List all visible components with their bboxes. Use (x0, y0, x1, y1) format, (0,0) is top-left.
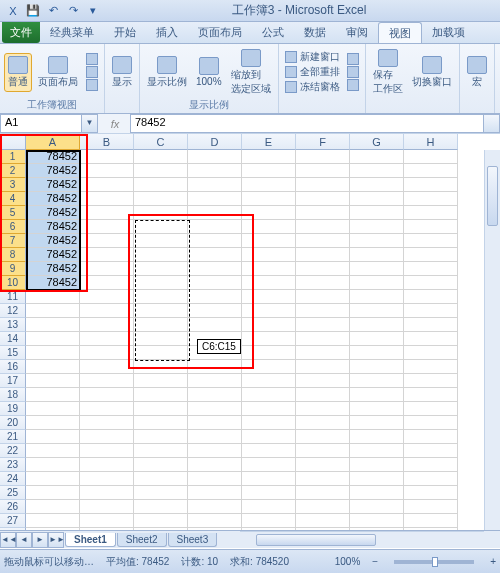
row-header-12[interactable]: 12 (0, 304, 26, 318)
cell-D18[interactable] (188, 388, 242, 402)
row-header-5[interactable]: 5 (0, 206, 26, 220)
excel-icon[interactable]: X (4, 2, 22, 20)
row-header-2[interactable]: 2 (0, 164, 26, 178)
cell-A25[interactable] (26, 486, 80, 500)
page-layout-button[interactable]: 页面布局 (35, 54, 81, 91)
cell-B22[interactable] (80, 444, 134, 458)
cell-F12[interactable] (296, 304, 350, 318)
vertical-scrollbar[interactable] (484, 150, 500, 530)
cell-D19[interactable] (188, 402, 242, 416)
sheet-nav-next[interactable]: ► (32, 532, 48, 548)
cell-A17[interactable] (26, 374, 80, 388)
cell-B16[interactable] (80, 360, 134, 374)
cell-H17[interactable] (404, 374, 458, 388)
cell-A11[interactable] (26, 290, 80, 304)
cell-E5[interactable] (242, 206, 296, 220)
col-header-A[interactable]: A (26, 134, 80, 150)
cell-B17[interactable] (80, 374, 134, 388)
cell-G2[interactable] (350, 164, 404, 178)
cell-B6[interactable] (80, 220, 134, 234)
cell-C14[interactable] (134, 332, 188, 346)
cell-A18[interactable] (26, 388, 80, 402)
cell-A24[interactable] (26, 472, 80, 486)
cell-H27[interactable] (404, 514, 458, 528)
tab-classic[interactable]: 经典菜单 (40, 22, 104, 43)
new-window-button[interactable]: 新建窗口 (283, 50, 342, 64)
select-all-corner[interactable] (0, 134, 26, 150)
zoom-ratio-button[interactable]: 显示比例 (144, 54, 190, 91)
cell-B11[interactable] (80, 290, 134, 304)
cell-E3[interactable] (242, 178, 296, 192)
tab-page-layout[interactable]: 页面布局 (188, 22, 252, 43)
cell-H15[interactable] (404, 346, 458, 360)
save-icon[interactable]: 💾 (24, 2, 42, 20)
cell-F10[interactable] (296, 276, 350, 290)
cell-E2[interactable] (242, 164, 296, 178)
cell-E14[interactable] (242, 332, 296, 346)
name-box[interactable]: A1 (0, 114, 82, 133)
cell-E21[interactable] (242, 430, 296, 444)
cell-F16[interactable] (296, 360, 350, 374)
sheet-tab-2[interactable]: Sheet2 (117, 533, 167, 547)
cell-D4[interactable] (188, 192, 242, 206)
cell-C7[interactable] (134, 234, 188, 248)
cell-E9[interactable] (242, 262, 296, 276)
cell-G16[interactable] (350, 360, 404, 374)
cell-B19[interactable] (80, 402, 134, 416)
cell-H22[interactable] (404, 444, 458, 458)
row-header-6[interactable]: 6 (0, 220, 26, 234)
cells-area[interactable]: 7845278452784527845278452784527845278452… (26, 150, 458, 542)
cell-D20[interactable] (188, 416, 242, 430)
cell-F2[interactable] (296, 164, 350, 178)
horizontal-scrollbar[interactable] (240, 531, 484, 548)
cell-B27[interactable] (80, 514, 134, 528)
cell-F5[interactable] (296, 206, 350, 220)
cell-D2[interactable] (188, 164, 242, 178)
cell-E23[interactable] (242, 458, 296, 472)
cell-C23[interactable] (134, 458, 188, 472)
cell-E13[interactable] (242, 318, 296, 332)
cell-H18[interactable] (404, 388, 458, 402)
cell-H21[interactable] (404, 430, 458, 444)
view-opt-1[interactable] (84, 53, 100, 65)
row-header-19[interactable]: 19 (0, 402, 26, 416)
cell-G17[interactable] (350, 374, 404, 388)
cell-H1[interactable] (404, 150, 458, 164)
cell-F24[interactable] (296, 472, 350, 486)
tab-addin[interactable]: 加载项 (422, 22, 475, 43)
cell-F3[interactable] (296, 178, 350, 192)
cell-G1[interactable] (350, 150, 404, 164)
view-opt-2[interactable] (84, 66, 100, 78)
cell-F11[interactable] (296, 290, 350, 304)
cell-G21[interactable] (350, 430, 404, 444)
sheet-nav-prev[interactable]: ◄ (16, 532, 32, 548)
cell-G26[interactable] (350, 500, 404, 514)
row-header-7[interactable]: 7 (0, 234, 26, 248)
cell-G11[interactable] (350, 290, 404, 304)
row-header-13[interactable]: 13 (0, 318, 26, 332)
cell-D6[interactable] (188, 220, 242, 234)
cell-D7[interactable] (188, 234, 242, 248)
tab-insert[interactable]: 插入 (146, 22, 188, 43)
hscroll-thumb[interactable] (256, 534, 376, 546)
cell-A22[interactable] (26, 444, 80, 458)
cell-H16[interactable] (404, 360, 458, 374)
cell-C19[interactable] (134, 402, 188, 416)
row-header-8[interactable]: 8 (0, 248, 26, 262)
cell-E19[interactable] (242, 402, 296, 416)
cell-G24[interactable] (350, 472, 404, 486)
cell-D1[interactable] (188, 150, 242, 164)
zoom-in-button[interactable]: + (490, 556, 496, 567)
cell-D23[interactable] (188, 458, 242, 472)
cell-C13[interactable] (134, 318, 188, 332)
cell-F4[interactable] (296, 192, 350, 206)
col-header-G[interactable]: G (350, 134, 404, 150)
cell-D5[interactable] (188, 206, 242, 220)
cell-F22[interactable] (296, 444, 350, 458)
tab-home[interactable]: 开始 (104, 22, 146, 43)
cell-B9[interactable] (80, 262, 134, 276)
cell-E22[interactable] (242, 444, 296, 458)
cell-B5[interactable] (80, 206, 134, 220)
tab-view[interactable]: 视图 (378, 22, 422, 43)
cell-H9[interactable] (404, 262, 458, 276)
